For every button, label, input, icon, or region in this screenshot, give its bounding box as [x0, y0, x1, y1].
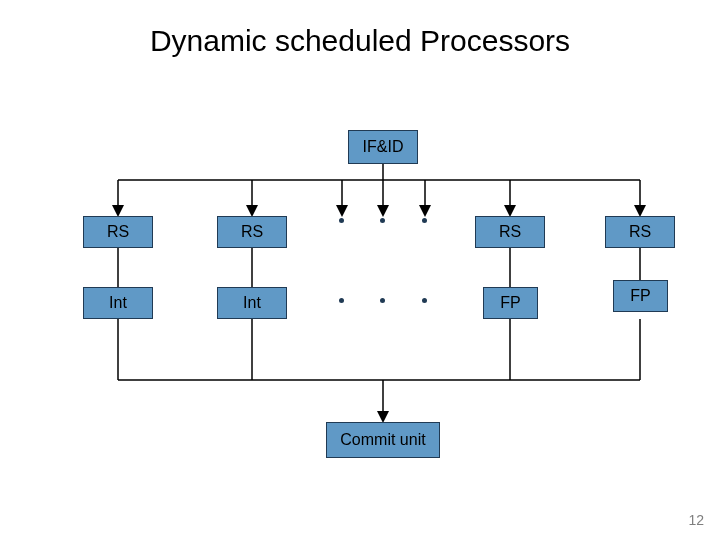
connection-lines: [0, 0, 720, 540]
int-label: Int: [109, 294, 127, 312]
ellipsis-dot: [339, 218, 344, 223]
fp-label: FP: [630, 287, 650, 305]
fp-box-2: FP: [613, 280, 668, 312]
ellipsis-dot: [339, 298, 344, 303]
page-title: Dynamic scheduled Processors: [0, 24, 720, 58]
rs-label: RS: [629, 223, 651, 241]
ellipsis-dot: [422, 218, 427, 223]
rs-box-2: RS: [217, 216, 287, 248]
ellipsis-dot: [422, 298, 427, 303]
int-box-1: Int: [83, 287, 153, 319]
fp-box-1: FP: [483, 287, 538, 319]
commit-box: Commit unit: [326, 422, 440, 458]
fp-label: FP: [500, 294, 520, 312]
ifid-label: IF&ID: [363, 138, 404, 156]
commit-label: Commit unit: [340, 431, 425, 449]
rs-box-1: RS: [83, 216, 153, 248]
ellipsis-dot: [380, 298, 385, 303]
ifid-box: IF&ID: [348, 130, 418, 164]
int-label: Int: [243, 294, 261, 312]
rs-label: RS: [107, 223, 129, 241]
rs-label: RS: [241, 223, 263, 241]
rs-box-4: RS: [605, 216, 675, 248]
page-number: 12: [688, 512, 704, 528]
rs-label: RS: [499, 223, 521, 241]
int-box-2: Int: [217, 287, 287, 319]
ellipsis-dot: [380, 218, 385, 223]
rs-box-3: RS: [475, 216, 545, 248]
